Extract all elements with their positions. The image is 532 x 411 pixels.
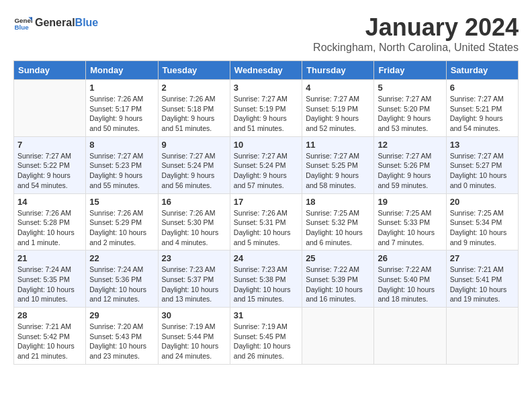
day-number: 9 (162, 140, 226, 150)
day-number: 20 (450, 197, 515, 207)
day-number: 13 (450, 140, 515, 150)
day-number: 17 (234, 197, 298, 207)
day-number: 1 (89, 83, 154, 93)
calendar-cell: 4Sunrise: 7:27 AMSunset: 5:19 PMDaylight… (302, 80, 374, 137)
calendar-cell: 29Sunrise: 7:20 AMSunset: 5:43 PMDayligh… (86, 308, 158, 365)
day-number: 8 (89, 140, 154, 150)
day-info: Sunrise: 7:27 AMSunset: 5:21 PMDaylight:… (450, 94, 515, 134)
calendar-week-row: 1Sunrise: 7:26 AMSunset: 5:17 PMDaylight… (14, 80, 519, 137)
day-number: 18 (306, 197, 370, 207)
day-info: Sunrise: 7:22 AMSunset: 5:39 PMDaylight:… (306, 265, 370, 304)
day-info: Sunrise: 7:19 AMSunset: 5:45 PMDaylight:… (234, 322, 298, 361)
day-number: 24 (234, 253, 298, 263)
day-info: Sunrise: 7:21 AMSunset: 5:42 PMDaylight:… (17, 322, 82, 361)
calendar-week-row: 28Sunrise: 7:21 AMSunset: 5:42 PMDayligh… (14, 308, 519, 365)
weekday-header-row: SundayMondayTuesdayWednesdayThursdayFrid… (14, 61, 519, 80)
day-number: 11 (306, 140, 370, 150)
calendar-cell: 26Sunrise: 7:22 AMSunset: 5:40 PMDayligh… (374, 250, 446, 308)
day-number: 14 (17, 197, 82, 207)
calendar-cell: 31Sunrise: 7:19 AMSunset: 5:45 PMDayligh… (230, 308, 302, 365)
page-header: General Blue GeneralBlue January 2024 Ro… (13, 13, 519, 54)
day-info: Sunrise: 7:20 AMSunset: 5:43 PMDaylight:… (89, 322, 154, 361)
weekday-header-thursday: Thursday (302, 61, 374, 80)
calendar-cell: 11Sunrise: 7:27 AMSunset: 5:25 PMDayligh… (302, 136, 374, 193)
calendar-cell: 30Sunrise: 7:19 AMSunset: 5:44 PMDayligh… (158, 308, 230, 365)
calendar-cell: 21Sunrise: 7:24 AMSunset: 5:35 PMDayligh… (14, 250, 86, 308)
day-number: 3 (234, 83, 298, 93)
day-info: Sunrise: 7:26 AMSunset: 5:30 PMDaylight:… (162, 208, 226, 248)
calendar-cell: 2Sunrise: 7:26 AMSunset: 5:18 PMDaylight… (158, 80, 230, 137)
calendar-cell: 9Sunrise: 7:27 AMSunset: 5:24 PMDaylight… (158, 136, 230, 193)
location-title: Rockingham, North Carolina, United State… (313, 42, 519, 54)
weekday-header-wednesday: Wednesday (230, 61, 302, 80)
day-number: 22 (89, 253, 154, 263)
day-info: Sunrise: 7:27 AMSunset: 5:22 PMDaylight:… (17, 151, 82, 191)
day-number: 28 (17, 310, 82, 320)
calendar-week-row: 7Sunrise: 7:27 AMSunset: 5:22 PMDaylight… (14, 136, 519, 193)
calendar-table: SundayMondayTuesdayWednesdayThursdayFrid… (13, 60, 519, 365)
day-number: 10 (234, 140, 298, 150)
day-info: Sunrise: 7:27 AMSunset: 5:25 PMDaylight:… (306, 151, 370, 191)
day-number: 7 (17, 140, 82, 150)
month-title: January 2024 (313, 13, 519, 42)
day-number: 6 (450, 83, 515, 93)
day-number: 16 (162, 197, 226, 207)
calendar-cell: 3Sunrise: 7:27 AMSunset: 5:19 PMDaylight… (230, 80, 302, 137)
day-info: Sunrise: 7:26 AMSunset: 5:18 PMDaylight:… (162, 94, 226, 134)
calendar-cell: 27Sunrise: 7:21 AMSunset: 5:41 PMDayligh… (446, 250, 518, 308)
calendar-cell: 10Sunrise: 7:27 AMSunset: 5:24 PMDayligh… (230, 136, 302, 193)
title-block: January 2024 Rockingham, North Carolina,… (313, 13, 519, 54)
weekday-header-sunday: Sunday (14, 61, 86, 80)
day-info: Sunrise: 7:23 AMSunset: 5:38 PMDaylight:… (234, 265, 298, 304)
calendar-cell: 8Sunrise: 7:27 AMSunset: 5:23 PMDaylight… (86, 136, 158, 193)
day-info: Sunrise: 7:26 AMSunset: 5:31 PMDaylight:… (234, 208, 298, 248)
calendar-cell: 24Sunrise: 7:23 AMSunset: 5:38 PMDayligh… (230, 250, 302, 308)
calendar-cell (446, 308, 518, 365)
day-info: Sunrise: 7:21 AMSunset: 5:41 PMDaylight:… (450, 265, 515, 304)
weekday-header-friday: Friday (374, 61, 446, 80)
calendar-cell (14, 80, 86, 137)
calendar-cell: 6Sunrise: 7:27 AMSunset: 5:21 PMDaylight… (446, 80, 518, 137)
logo-general: General (35, 17, 75, 29)
calendar-cell: 22Sunrise: 7:24 AMSunset: 5:36 PMDayligh… (86, 250, 158, 308)
day-number: 26 (378, 253, 442, 263)
day-number: 21 (17, 253, 82, 263)
day-info: Sunrise: 7:25 AMSunset: 5:32 PMDaylight:… (306, 208, 370, 248)
day-info: Sunrise: 7:25 AMSunset: 5:34 PMDaylight:… (450, 208, 515, 248)
day-info: Sunrise: 7:26 AMSunset: 5:29 PMDaylight:… (89, 208, 154, 248)
day-number: 27 (450, 253, 515, 263)
weekday-header-monday: Monday (86, 61, 158, 80)
logo-icon: General Blue (13, 13, 32, 32)
calendar-cell: 15Sunrise: 7:26 AMSunset: 5:29 PMDayligh… (86, 193, 158, 250)
day-number: 31 (234, 310, 298, 320)
day-number: 29 (89, 310, 154, 320)
calendar-cell: 7Sunrise: 7:27 AMSunset: 5:22 PMDaylight… (14, 136, 86, 193)
calendar-cell: 20Sunrise: 7:25 AMSunset: 5:34 PMDayligh… (446, 193, 518, 250)
calendar-week-row: 14Sunrise: 7:26 AMSunset: 5:28 PMDayligh… (14, 193, 519, 250)
calendar-cell: 14Sunrise: 7:26 AMSunset: 5:28 PMDayligh… (14, 193, 86, 250)
calendar-cell: 19Sunrise: 7:25 AMSunset: 5:33 PMDayligh… (374, 193, 446, 250)
day-info: Sunrise: 7:27 AMSunset: 5:19 PMDaylight:… (234, 94, 298, 134)
calendar-cell (374, 308, 446, 365)
calendar-week-row: 21Sunrise: 7:24 AMSunset: 5:35 PMDayligh… (14, 250, 519, 308)
weekday-header-tuesday: Tuesday (158, 61, 230, 80)
logo: General Blue GeneralBlue (13, 13, 98, 32)
day-number: 4 (306, 83, 370, 93)
calendar-cell: 16Sunrise: 7:26 AMSunset: 5:30 PMDayligh… (158, 193, 230, 250)
day-number: 5 (378, 83, 442, 93)
calendar-cell: 28Sunrise: 7:21 AMSunset: 5:42 PMDayligh… (14, 308, 86, 365)
day-number: 2 (162, 83, 226, 93)
day-info: Sunrise: 7:27 AMSunset: 5:20 PMDaylight:… (378, 94, 442, 134)
calendar-cell: 12Sunrise: 7:27 AMSunset: 5:26 PMDayligh… (374, 136, 446, 193)
day-number: 30 (162, 310, 226, 320)
calendar-cell: 5Sunrise: 7:27 AMSunset: 5:20 PMDaylight… (374, 80, 446, 137)
day-info: Sunrise: 7:19 AMSunset: 5:44 PMDaylight:… (162, 322, 226, 361)
day-number: 12 (378, 140, 442, 150)
day-info: Sunrise: 7:27 AMSunset: 5:26 PMDaylight:… (378, 151, 442, 191)
svg-text:Blue: Blue (14, 24, 29, 31)
day-info: Sunrise: 7:24 AMSunset: 5:35 PMDaylight:… (17, 265, 82, 304)
day-info: Sunrise: 7:27 AMSunset: 5:24 PMDaylight:… (162, 151, 226, 191)
day-info: Sunrise: 7:27 AMSunset: 5:23 PMDaylight:… (89, 151, 154, 191)
day-info: Sunrise: 7:22 AMSunset: 5:40 PMDaylight:… (378, 265, 442, 304)
day-info: Sunrise: 7:26 AMSunset: 5:28 PMDaylight:… (17, 208, 82, 248)
